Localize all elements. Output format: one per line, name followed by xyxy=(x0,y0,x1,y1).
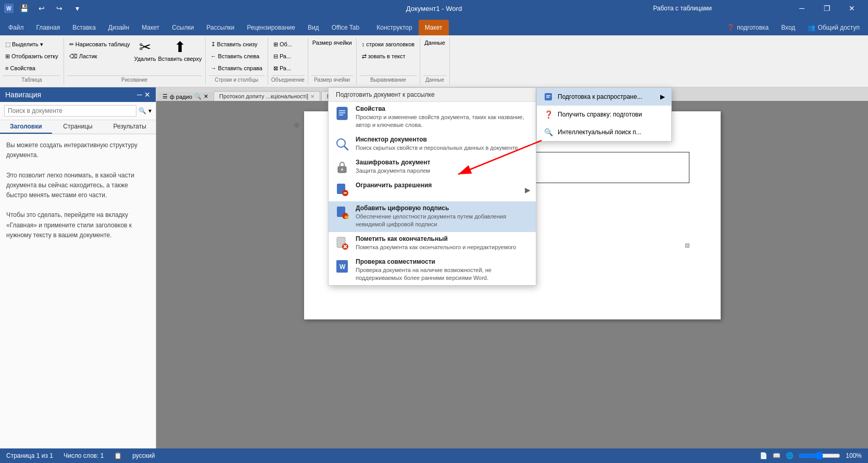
delete-label: Удалить xyxy=(134,56,156,62)
title-bar: W 💾 ↩ ↪ ▾ Документ1 - Word Работа с табл… xyxy=(0,0,868,17)
tab-officetab[interactable]: Office Tab xyxy=(325,20,366,35)
tab-mailings[interactable]: Рассылки xyxy=(200,20,241,35)
doc-tab-doc1-label: Документ1 * xyxy=(353,93,387,99)
ribbon-col-drawing: ✏ Нарисовать таблицу ⌫ Ластик xyxy=(67,38,132,62)
document-area: ☰ ф радио 🔍 ✕ Протокол допиту ...кціонал… xyxy=(156,87,868,448)
convert-text-button[interactable]: ⇄ зовать в текст xyxy=(360,50,417,62)
ribbon-col-align: ↕ строки заголовков ⇄ зовать в текст xyxy=(360,38,417,62)
ribbon-group-align-content: ↕ строки заголовков ⇄ зовать в текст xyxy=(360,38,417,74)
ribbon-group-merge: ⊞ Об... ⊟ Ра... ⊠ Ра... Объединение xyxy=(268,37,308,85)
ribbon-group-drawing-content: ✏ Нарисовать таблицу ⌫ Ластик ✂ Удалить … xyxy=(67,38,202,74)
tab-insert[interactable]: Вставка xyxy=(66,20,102,35)
ribbon-group-cellsize-label: Размер ячейки xyxy=(311,75,353,84)
ribbon-group-rowscols: ↧ Вставить снизу ← Вставить слева → Вста… xyxy=(206,37,268,85)
table-resize-handle[interactable] xyxy=(685,243,689,248)
ribbon-group-table-content: ⬚ Выделить ▾ ⊞ Отобразить сетку ≡ Свойст… xyxy=(3,38,60,74)
data-label: Данные xyxy=(423,38,446,47)
ribbon-group-table-label: Таблица xyxy=(3,75,60,84)
zoom-level: 100% xyxy=(846,452,862,459)
tab-home[interactable]: Главная xyxy=(30,20,67,35)
properties-button[interactable]: ≡ Свойства xyxy=(3,62,60,74)
nav-hint-line2: Это позволит легко понимать, в какой час… xyxy=(6,171,149,201)
doc-tab-expand-button[interactable]: ⬛ xyxy=(396,94,402,99)
tab-login[interactable]: Вход xyxy=(775,20,801,35)
view-mode-read[interactable]: 📖 xyxy=(773,452,781,459)
doc-tab-ka-close[interactable]: ✕ xyxy=(336,94,340,99)
tab-maket2[interactable]: Макет xyxy=(419,20,449,35)
nav-tab-pages[interactable]: Страницы xyxy=(52,120,104,134)
ribbon-col-table: ⬚ Выделить ▾ ⊞ Отобразить сетку ≡ Свойст… xyxy=(3,38,60,74)
tab-podgotovka-label: подготовка xyxy=(737,24,769,31)
tab-links[interactable]: Ссылки xyxy=(166,20,200,35)
delete-button[interactable]: ✂ xyxy=(139,38,151,56)
doc-tab-doc1-close[interactable]: ✕ xyxy=(388,94,393,99)
tab-maket[interactable]: Макет xyxy=(135,20,166,35)
nav-search-area: 🔍 ▾ xyxy=(0,102,156,120)
ribbon-group-data-label: Данные xyxy=(423,75,446,84)
tab-view[interactable]: Вид xyxy=(301,20,325,35)
tab-constructor[interactable]: Конструктор xyxy=(370,20,418,35)
ribbon-group-align: ↕ строки заголовков ⇄ зовать в текст Выр… xyxy=(357,37,421,85)
doc-tab-restore-button[interactable]: ▾ xyxy=(404,94,407,99)
customize-qat-button[interactable]: ▾ xyxy=(70,1,84,16)
search-options-button[interactable]: ▾ xyxy=(148,107,152,114)
app-title: Документ1 - Word xyxy=(406,5,462,12)
zoom-slider[interactable] xyxy=(799,452,840,460)
close-button[interactable]: ✕ xyxy=(840,0,864,17)
doc-tab-protocol-label: Протокол допиту ...кціональності] xyxy=(219,93,308,99)
nav-pane-title: Навигация xyxy=(5,91,41,99)
ra-button[interactable]: ⊟ Ра... xyxy=(271,50,294,62)
insert-left-button[interactable]: ← Вставить слева xyxy=(209,50,265,62)
nav-tab-results[interactable]: Результаты xyxy=(104,120,156,134)
insert-below-button[interactable]: ↧ Вставить снизу xyxy=(209,38,265,50)
status-bar-right: 📄 📖 🌐 100% xyxy=(760,452,862,460)
select-button[interactable]: ⬚ Выделить ▾ xyxy=(3,38,60,50)
doc-tab-protocol-close[interactable]: ✕ xyxy=(310,94,315,99)
minimize-button[interactable]: ─ xyxy=(790,0,814,17)
tab-podgotovka[interactable]: ❓ подготовка xyxy=(721,20,775,35)
align-headrow-button[interactable]: ↕ строки заголовков xyxy=(360,38,417,50)
tab-review[interactable]: Рецензирование xyxy=(241,20,301,35)
spelling-icon: 📋 xyxy=(114,452,122,459)
redo-qat-button[interactable]: ↪ xyxy=(52,1,67,16)
doc-tab-doc1[interactable]: Документ1 * ✕ ⬛ ▾ ✕ xyxy=(347,91,419,101)
ribbon-group-align-label: Выравнивание xyxy=(360,75,417,84)
doc-tab-doc1-close2[interactable]: ✕ xyxy=(409,94,413,99)
doc-tab-bar: ☰ ф радио 🔍 ✕ Протокол допиту ...кціонал… xyxy=(156,87,868,101)
tab-share[interactable]: 👥 Общий доступ xyxy=(801,20,866,35)
radio-search-icon: 🔍 xyxy=(194,93,202,100)
radio-clear-button[interactable]: ✕ xyxy=(204,93,208,100)
insert-right-button[interactable]: → Вставить справа xyxy=(209,62,265,74)
ob-button[interactable]: ⊞ Об... xyxy=(271,38,294,50)
nav-search-input[interactable] xyxy=(4,105,136,117)
tab-file[interactable]: Файл xyxy=(2,20,30,35)
add-row-icon[interactable]: ⊕ xyxy=(294,121,300,129)
document-page[interactable] xyxy=(304,111,721,319)
view-mode-web[interactable]: 🌐 xyxy=(786,452,794,459)
eraser-button[interactable]: ⌫ Ластик xyxy=(67,50,132,62)
document-table[interactable] xyxy=(335,152,689,183)
nav-minimize-button[interactable]: ─ xyxy=(137,91,142,99)
nav-tab-headings[interactable]: Заголовки xyxy=(0,120,52,134)
ribbon-group-cellsize: Размер ячейки Размер ячейки xyxy=(308,37,357,85)
insert-above-label: Вставить сверху xyxy=(158,56,202,62)
nav-pane-header: Навигация ─ ✕ xyxy=(0,87,156,102)
nav-close-button[interactable]: ✕ xyxy=(144,91,150,99)
search-bar-area: ☰ ф радио 🔍 ✕ xyxy=(158,92,212,101)
draw-table-button[interactable]: ✏ Нарисовать таблицу xyxy=(67,38,132,50)
ra2-button[interactable]: ⊠ Ра... xyxy=(271,62,294,74)
view-mode-print[interactable]: 📄 xyxy=(760,452,768,459)
restore-button[interactable]: ❐ xyxy=(815,0,839,17)
radio-text: ф радио xyxy=(170,94,192,100)
tab-design[interactable]: Дизайн xyxy=(102,20,135,35)
ribbon: ⬚ Выделить ▾ ⊞ Отобразить сетку ≡ Свойст… xyxy=(0,35,868,87)
search-icon: 🔍 xyxy=(139,107,146,114)
insert-above-button[interactable]: ⬆ xyxy=(174,38,186,56)
grid-button[interactable]: ⊞ Отобразить сетку xyxy=(3,50,60,62)
cell-size-info: Размер ячейки xyxy=(311,38,353,47)
save-qat-button[interactable]: 💾 xyxy=(17,1,31,16)
doc-tab-protocol[interactable]: Протокол допиту ...кціональності] ✕ xyxy=(213,91,320,101)
undo-qat-button[interactable]: ↩ xyxy=(34,1,49,16)
doc-tab-ka[interactable]: Ка ✕ xyxy=(321,91,346,101)
ribbon-right-area: ❓ подготовка Вход 👥 Общий доступ xyxy=(721,20,866,35)
